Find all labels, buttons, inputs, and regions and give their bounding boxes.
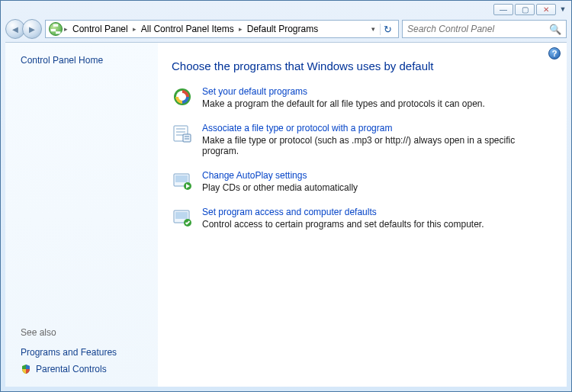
search-input[interactable]: [407, 24, 549, 34]
default-programs-icon: [172, 86, 193, 108]
svg-rect-13: [175, 175, 188, 182]
svg-rect-16: [175, 212, 188, 219]
associate-icon: [172, 123, 193, 144]
associate-file-type-link[interactable]: Associate a file type or protocol with a…: [202, 123, 550, 133]
sidebar: Control Panel Home See also Programs and…: [5, 43, 158, 387]
refresh-icon[interactable]: ↻: [380, 24, 395, 35]
sidebar-link-label: Programs and Features: [21, 347, 117, 358]
forward-button[interactable]: ►: [22, 19, 42, 39]
search-icon[interactable]: 🔍: [549, 24, 561, 35]
shield-icon: [21, 364, 31, 374]
control-panel-home-link[interactable]: Control Panel Home: [21, 55, 149, 66]
breadcrumb-control-panel[interactable]: Control Panel: [68, 24, 133, 34]
nav-buttons: ◄ ►: [5, 19, 42, 39]
search-box[interactable]: 🔍: [402, 20, 567, 38]
set-program-access-link[interactable]: Set program access and computer defaults: [202, 207, 484, 217]
autoplay-icon: [172, 170, 193, 191]
breadcrumb-default-programs[interactable]: Default Programs: [243, 24, 323, 34]
programs-and-features-link[interactable]: Programs and Features: [21, 347, 149, 358]
control-panel-icon: [49, 22, 63, 36]
program-access-icon: [172, 207, 193, 228]
set-default-programs-link[interactable]: Set your default programs: [202, 86, 485, 97]
minimize-button[interactable]: —: [493, 4, 513, 15]
address-bar[interactable]: ▸ Control Panel ▸ All Control Panel Item…: [45, 20, 399, 38]
close-button[interactable]: ✕: [536, 4, 556, 15]
option-description: Make a file type or protocol (such as .m…: [202, 135, 550, 156]
breadcrumb-all-items[interactable]: All Control Panel Items: [137, 24, 239, 34]
option-description: Control access to certain programs and s…: [202, 219, 484, 230]
option-description: Play CDs or other media automatically: [202, 182, 358, 193]
svg-rect-2: [56, 31, 60, 34]
history-dropdown-icon[interactable]: ▾: [368, 25, 378, 33]
main-panel: Choose the programs that Windows uses by…: [158, 43, 567, 387]
see-also-label: See also: [21, 327, 149, 338]
svg-rect-9: [183, 134, 191, 142]
sidebar-link-label: Parental Controls: [36, 364, 107, 374]
control-panel-window: — ▢ ✕ ▼ ◄ ► ▸ Control Panel ▸ All Contro…: [0, 0, 572, 392]
content-area: ? Control Panel Home See also Programs a…: [5, 42, 567, 387]
option-associate-file-type: Associate a file type or protocol with a…: [172, 123, 550, 156]
option-autoplay-settings: Change AutoPlay settings Play CDs or oth…: [172, 170, 550, 193]
change-autoplay-settings-link[interactable]: Change AutoPlay settings: [202, 170, 358, 181]
titlebar: — ▢ ✕ ▼: [1, 1, 571, 16]
toolbar: ◄ ► ▸ Control Panel ▸ All Control Panel …: [1, 16, 571, 42]
option-set-default-programs: Set your default programs Make a program…: [172, 86, 550, 109]
maximize-button[interactable]: ▢: [515, 4, 535, 15]
page-title: Choose the programs that Windows uses by…: [172, 59, 550, 72]
option-program-access-defaults: Set program access and computer defaults…: [172, 207, 550, 230]
svg-rect-1: [51, 29, 56, 31]
option-description: Make a program the default for all file …: [202, 98, 485, 109]
svg-rect-0: [53, 24, 58, 27]
window-menu-caret-icon[interactable]: ▼: [558, 5, 568, 13]
parental-controls-link[interactable]: Parental Controls: [21, 364, 149, 374]
